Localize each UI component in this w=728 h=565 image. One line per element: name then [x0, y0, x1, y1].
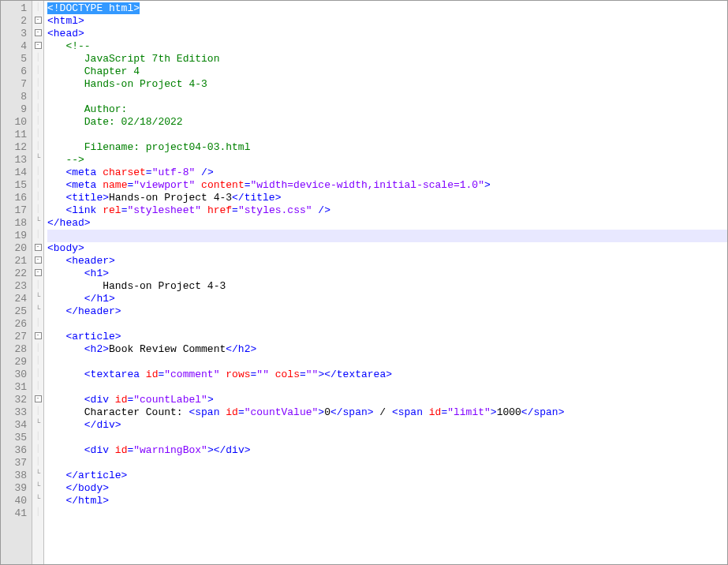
code-line[interactable]	[47, 457, 727, 470]
fold-marker[interactable]: │	[32, 316, 43, 329]
fold-marker[interactable]: └	[32, 481, 43, 493]
fold-marker[interactable]: -	[32, 241, 43, 253]
line-number[interactable]: 14	[4, 167, 27, 179]
code-line[interactable]: Date: 02/18/2022	[47, 116, 727, 129]
code-line[interactable]: </div>	[47, 419, 727, 432]
fold-marker[interactable]: │	[32, 203, 43, 215]
line-number[interactable]: 34	[4, 419, 27, 432]
fold-marker[interactable]: │	[32, 140, 43, 152]
code-line[interactable]	[47, 432, 727, 444]
fold-marker[interactable]: │	[32, 279, 43, 291]
code-line[interactable]: <html>	[47, 15, 727, 28]
code-line[interactable]: <h1>	[47, 268, 727, 280]
fold-marker[interactable]: └	[32, 493, 43, 506]
code-line[interactable]: <h2>Book Review Comment</h2>	[47, 343, 727, 356]
fold-marker[interactable]: └	[32, 291, 43, 304]
fold-marker[interactable]: │	[32, 430, 43, 443]
code-line[interactable]: </body>	[47, 482, 727, 495]
line-number[interactable]: 32	[4, 394, 27, 406]
fold-marker[interactable]: │	[32, 89, 43, 102]
line-number[interactable]: 39	[4, 482, 27, 495]
fold-marker[interactable]: -	[32, 266, 43, 279]
code-line[interactable]: </head>	[47, 217, 727, 230]
code-line[interactable]: <head>	[47, 28, 727, 40]
fold-marker[interactable]: │	[32, 455, 43, 468]
line-number[interactable]: 25	[4, 305, 27, 318]
fold-collapse-icon[interactable]: -	[35, 395, 42, 402]
fold-column[interactable]: │---││││││││└││││└│---│└└│-││││-│└│││└└└…	[32, 1, 44, 564]
fold-marker[interactable]: │	[32, 380, 43, 392]
line-number[interactable]: 36	[4, 444, 27, 457]
code-line[interactable]: <!--	[47, 40, 727, 53]
code-line[interactable]: Character Count: <span id="countValue">0…	[47, 406, 727, 419]
code-line[interactable]	[47, 381, 727, 394]
line-number[interactable]: 30	[4, 369, 27, 381]
line-number[interactable]: 5	[4, 53, 27, 65]
line-number[interactable]: 22	[4, 268, 27, 280]
line-number[interactable]: 37	[4, 457, 27, 470]
line-number[interactable]: 15	[4, 179, 27, 192]
code-line[interactable]: <div id="countLabel">	[47, 394, 727, 406]
fold-marker[interactable]: -	[32, 392, 43, 405]
code-line[interactable]	[47, 230, 727, 242]
line-number[interactable]: 33	[4, 406, 27, 419]
line-number[interactable]: 26	[4, 318, 27, 331]
fold-marker[interactable]: -	[32, 253, 43, 266]
line-number[interactable]: 28	[4, 343, 27, 356]
line-number[interactable]: 7	[4, 78, 27, 91]
fold-marker[interactable]: │	[32, 228, 43, 241]
line-number[interactable]: 2	[4, 15, 27, 28]
line-number[interactable]: 41	[4, 507, 27, 520]
line-number[interactable]: 23	[4, 280, 27, 293]
line-number[interactable]: 16	[4, 192, 27, 204]
code-line[interactable]: </header>	[47, 305, 727, 318]
code-line[interactable]: <article>	[47, 331, 727, 343]
line-number[interactable]: 20	[4, 242, 27, 255]
line-number[interactable]: 1	[4, 2, 27, 15]
fold-marker[interactable]: └	[32, 215, 43, 228]
code-line[interactable]: <header>	[47, 255, 727, 268]
code-line[interactable]	[47, 91, 727, 103]
fold-marker[interactable]: └	[32, 304, 43, 316]
line-number[interactable]: 35	[4, 432, 27, 444]
fold-marker[interactable]: │	[32, 506, 43, 518]
line-number[interactable]: 6	[4, 65, 27, 78]
fold-marker[interactable]: │	[32, 102, 43, 114]
line-number[interactable]: 40	[4, 495, 27, 507]
code-line[interactable]: JavaScript 7th Edition	[47, 53, 727, 65]
fold-marker[interactable]: │	[32, 1, 43, 13]
fold-marker[interactable]: │	[32, 443, 43, 455]
code-editor[interactable]: 1234567891011121314151617181920212223242…	[1, 1, 727, 564]
code-line[interactable]: <title>Hands-on Project 4-3</title>	[47, 192, 727, 204]
line-number[interactable]: 13	[4, 154, 27, 167]
line-number-gutter[interactable]: 1234567891011121314151617181920212223242…	[1, 1, 32, 564]
fold-marker[interactable]: -	[32, 329, 43, 342]
fold-marker[interactable]: │	[32, 114, 43, 127]
fold-marker[interactable]: -	[32, 39, 43, 51]
code-line[interactable]: </h1>	[47, 293, 727, 305]
code-line[interactable]	[47, 318, 727, 331]
fold-collapse-icon[interactable]: -	[35, 17, 42, 24]
line-number[interactable]: 27	[4, 331, 27, 343]
fold-marker[interactable]: │	[32, 165, 43, 178]
fold-collapse-icon[interactable]: -	[35, 332, 42, 339]
line-number[interactable]: 18	[4, 217, 27, 230]
fold-marker[interactable]: │	[32, 77, 43, 89]
code-line[interactable]: <meta charset="utf-8" />	[47, 167, 727, 179]
fold-marker[interactable]: └	[32, 468, 43, 481]
code-line[interactable]: <!DOCTYPE html>	[47, 2, 727, 15]
fold-marker[interactable]: └	[32, 152, 43, 165]
code-line[interactable]: </html>	[47, 495, 727, 507]
fold-marker[interactable]: │	[32, 64, 43, 77]
line-number[interactable]: 4	[4, 40, 27, 53]
line-number[interactable]: 19	[4, 230, 27, 242]
code-line[interactable]: Author:	[47, 103, 727, 116]
code-line[interactable]	[47, 129, 727, 141]
line-number[interactable]: 38	[4, 470, 27, 482]
fold-marker[interactable]: │	[32, 367, 43, 380]
code-line[interactable]: <link rel="stylesheet" href="styles.css"…	[47, 204, 727, 217]
fold-marker[interactable]: │	[32, 354, 43, 367]
fold-marker[interactable]: │	[32, 178, 43, 190]
line-number[interactable]: 10	[4, 116, 27, 129]
code-line[interactable]: Hands-on Project 4-3	[47, 280, 727, 293]
